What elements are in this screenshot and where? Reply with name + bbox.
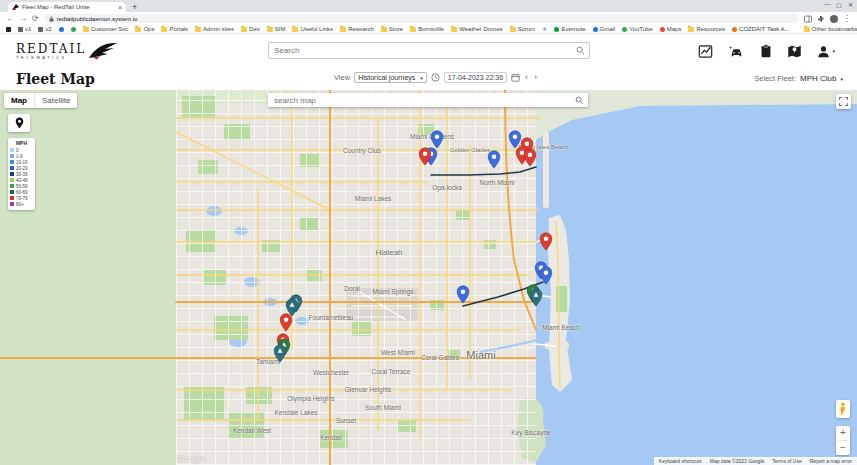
bookmark-item[interactable]: ★ (542, 26, 547, 32)
user-icon (817, 45, 830, 58)
bookmark-item[interactable]: Useful Links (292, 26, 333, 32)
legend-label: 40-49 (16, 178, 28, 183)
view-controls: View Historical journeys ▾ 17-04-2023 22… (334, 72, 538, 83)
zoom-out-button[interactable]: − (836, 441, 850, 455)
vehicle-pin-teal[interactable] (274, 344, 287, 367)
attribution-item[interactable]: Keyboard shortcuts (659, 458, 702, 464)
bookmark-favicon (59, 27, 64, 32)
legend-swatch (10, 202, 14, 206)
other-bookmarks[interactable]: Other bookmarks (804, 26, 857, 32)
browser-tabstrip: Fleet Map - RedTail Unite × + —▢✕ (0, 0, 857, 12)
vehicle-pin-teal[interactable] (530, 288, 543, 311)
fullscreen-button[interactable] (836, 94, 851, 109)
vehicle-pin-blue[interactable] (488, 150, 501, 173)
global-search-input[interactable] (269, 46, 571, 55)
map-attribution: Keyboard shortcutsMap data ©2023 GoogleT… (654, 457, 857, 465)
fleet-dropdown[interactable]: MPH Club ▾ (800, 74, 843, 83)
view-select[interactable]: Historical journeys ▾ (354, 72, 427, 83)
legend-swatch (10, 160, 14, 164)
vehicle-pin-red[interactable] (524, 148, 537, 171)
bookmark-item[interactable]: Portals (161, 26, 188, 32)
map-type-satellite-button[interactable]: Satellite (35, 93, 77, 108)
bookmark-item[interactable]: COZDAIT Task A... (732, 26, 789, 32)
map-search-button[interactable] (570, 93, 588, 107)
bookmark-item[interactable] (59, 27, 64, 32)
reload-icon[interactable]: ⟳ (32, 15, 39, 23)
browser-profile-avatar[interactable] (830, 15, 838, 23)
bookmark-favicon (732, 27, 737, 32)
vehicles-button[interactable] (728, 45, 745, 58)
bookmark-item[interactable]: v2 (38, 26, 51, 32)
browser-navbar: ← → ⟳ redtailpublicdaemon.system.io ⋮ (0, 12, 857, 25)
bookmark-item[interactable]: Research (340, 26, 374, 32)
bookmark-favicon (6, 27, 11, 32)
bookmark-item[interactable]: YouTube (622, 26, 653, 32)
redtail-logo[interactable]: REDTAIL TELEMATICS (16, 41, 118, 61)
prev-journey-button[interactable]: ‹ (524, 73, 529, 82)
folder-icon (135, 27, 141, 32)
tasks-button[interactable] (760, 44, 772, 58)
browser-tab[interactable]: Fleet Map - RedTail Unite × (8, 2, 126, 12)
global-search-button[interactable] (571, 43, 589, 58)
legend-swatch (10, 166, 14, 170)
clipboard-icon (760, 44, 772, 58)
forward-icon[interactable]: → (19, 15, 27, 23)
map-search-input[interactable] (268, 96, 570, 105)
vehicle-pin-red[interactable] (540, 232, 553, 255)
bookmark-item[interactable]: Customer Svc (83, 26, 129, 32)
window-control[interactable]: ✕ (848, 1, 853, 8)
search-icon (576, 46, 585, 55)
bookmark-item[interactable]: SIM (267, 26, 286, 32)
folder-icon (381, 27, 387, 32)
extensions-icon[interactable] (817, 15, 825, 23)
legend-label: 20-29 (16, 166, 28, 171)
bookmark-item[interactable]: v1 (18, 26, 31, 32)
bookmark-item[interactable]: Scrum (510, 26, 535, 32)
bookmark-item[interactable]: Resources (688, 26, 725, 32)
hawk-logo-icon (88, 41, 118, 61)
bookmark-item[interactable] (71, 27, 76, 32)
bookmark-item[interactable]: Weather Drones (451, 26, 503, 32)
bookmark-label: COZDAIT Task A... (739, 26, 789, 32)
pegman-button[interactable] (836, 400, 850, 418)
zoom-in-button[interactable]: + (836, 426, 850, 440)
chart-icon (698, 45, 713, 58)
bookmark-item[interactable]: Evernote (554, 26, 585, 32)
back-icon[interactable]: ← (6, 15, 14, 23)
fleet-map-button[interactable] (787, 44, 802, 58)
window-control[interactable]: ▢ (836, 1, 842, 8)
vehicle-pin-blue[interactable] (457, 285, 470, 308)
reports-button[interactable] (698, 45, 713, 58)
bookmark-item[interactable]: Maps (660, 26, 682, 32)
tab-title: Fleet Map - RedTail Unite (22, 4, 115, 10)
bookmark-item[interactable]: Ops (135, 26, 154, 32)
address-bar[interactable]: redtailpublicdaemon.system.io (44, 14, 799, 23)
legend-label: 60-69 (16, 190, 28, 195)
bookmark-item[interactable]: Gmail (593, 26, 616, 32)
calendar-icon[interactable] (511, 73, 520, 82)
pegman-icon (839, 402, 847, 416)
window-controls[interactable]: —▢✕ (824, 1, 853, 8)
tab-close-icon[interactable]: × (118, 4, 122, 11)
bookmark-item[interactable]: Dev (241, 26, 260, 32)
window-control[interactable]: — (824, 1, 830, 8)
account-button[interactable]: ▾ (817, 45, 835, 58)
next-journey-button[interactable]: › (533, 73, 538, 82)
attribution-item: Map data ©2023 Google (710, 458, 765, 464)
map-type-map-button[interactable]: Map (4, 93, 35, 108)
fleet-map-canvas[interactable]: Miami GardensCountry ClubGolden GladesSu… (0, 90, 857, 465)
bookmark-item[interactable]: Store (381, 26, 403, 32)
datetime-field[interactable]: 17-04-2023 22:36 (444, 72, 507, 83)
vehicle-pin-red[interactable] (419, 147, 432, 170)
folder-icon (83, 27, 89, 32)
kebab-menu-icon[interactable]: ⋮ (843, 15, 851, 23)
attribution-item[interactable]: Terms of Use (772, 458, 801, 464)
vehicle-pin-blue[interactable] (540, 266, 553, 289)
pin-filter-button[interactable] (8, 114, 30, 132)
bookmark-item[interactable]: Burnsville (410, 26, 444, 32)
side-panel-icon[interactable] (804, 15, 812, 23)
attribution-item[interactable]: Report a map error (810, 458, 852, 464)
bookmark-item[interactable] (6, 27, 11, 32)
bookmark-item[interactable]: Admin sites (195, 26, 234, 32)
new-tab-button[interactable]: + (132, 2, 137, 12)
